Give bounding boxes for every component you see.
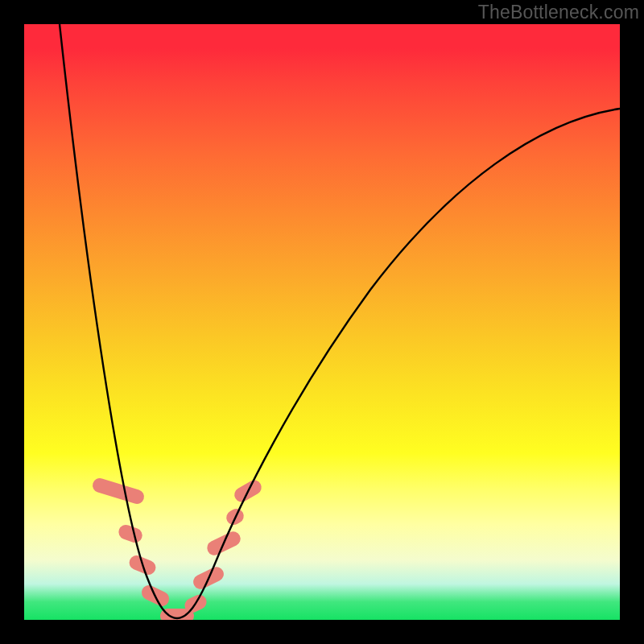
outer-frame: TheBottleneck.com (0, 0, 644, 644)
watermark-text: TheBottleneck.com (478, 2, 639, 23)
marker-lozenge (91, 477, 146, 506)
curve-layer (24, 24, 620, 620)
marker-group (91, 477, 264, 620)
marker-lozenge (117, 522, 144, 544)
plot-area (24, 24, 620, 620)
bottleneck-curve (60, 24, 620, 618)
